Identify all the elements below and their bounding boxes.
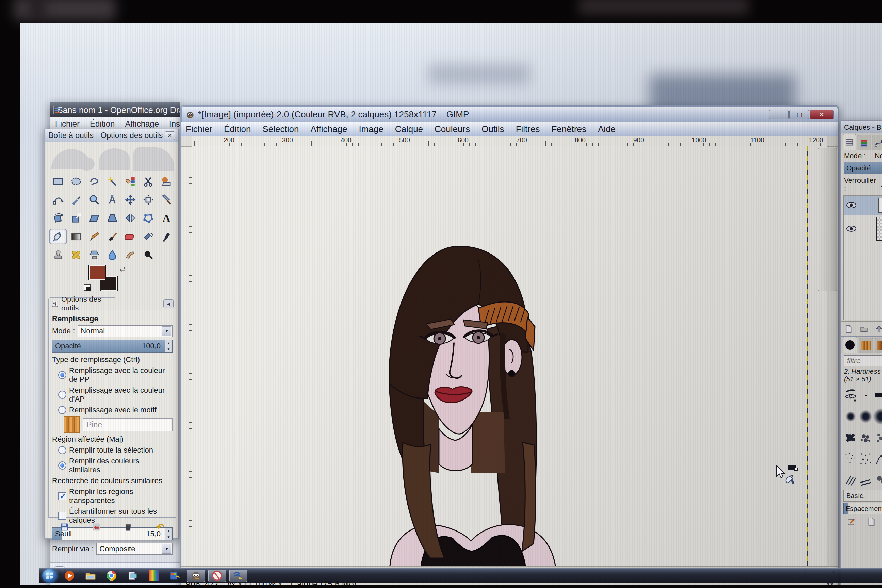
- opacity-spinner[interactable]: ▲▼: [165, 340, 172, 352]
- brush-speckle-2[interactable]: [858, 450, 873, 468]
- save-options-icon[interactable]: [58, 522, 70, 532]
- layer-visible-icon[interactable]: [846, 201, 857, 209]
- tab-brushes[interactable]: [843, 336, 858, 353]
- tool-options-tab[interactable]: Options des outils: [48, 297, 116, 310]
- opacity-slider[interactable]: Opacité 100,0 ▲▼: [52, 340, 172, 352]
- brush-block[interactable]: [873, 387, 882, 404]
- tool-shear-icon[interactable]: [85, 210, 103, 226]
- edit-brush-icon[interactable]: [847, 517, 856, 526]
- tool-paths-icon[interactable]: [49, 192, 67, 208]
- brush-hardness-050[interactable]: [858, 408, 873, 425]
- new-brush-icon[interactable]: [867, 517, 876, 526]
- taskbar-windows-app-icon[interactable]: [166, 570, 184, 582]
- minimize-button[interactable]: —: [769, 110, 789, 119]
- brush-filter-input[interactable]: [844, 355, 882, 366]
- oo-menu-fichier[interactable]: Fichier: [55, 119, 80, 129]
- taskbar-media-player-icon[interactable]: [61, 570, 78, 582]
- tool-scale-icon[interactable]: [67, 210, 85, 226]
- tool-measure-icon[interactable]: [103, 192, 121, 208]
- fill-similar-radio[interactable]: [58, 461, 66, 470]
- menu-filtres[interactable]: Filtres: [516, 124, 540, 134]
- panel-collapse-icon[interactable]: ◄: [164, 300, 174, 308]
- tool-ellipse-select-icon[interactable]: [67, 174, 85, 189]
- reset-options-icon[interactable]: ↶: [154, 522, 166, 532]
- tool-foreground-select-icon[interactable]: [158, 174, 176, 189]
- tool-flip-icon[interactable]: [122, 210, 140, 226]
- fill-transparent-checkbox[interactable]: [58, 492, 66, 500]
- tool-scissors-select-icon[interactable]: [140, 174, 158, 189]
- tool-ink-icon[interactable]: [158, 229, 176, 244]
- menu-edition[interactable]: Édition: [224, 124, 251, 134]
- taskbar-gimp-icon[interactable]: [187, 570, 205, 582]
- foreground-color-swatch[interactable]: [88, 265, 106, 280]
- brush-hardness-025[interactable]: [843, 408, 858, 425]
- image-canvas[interactable]: [192, 146, 827, 566]
- dock-titlebar[interactable]: Calques - Brosses: [841, 121, 882, 134]
- pattern-name-field[interactable]: Pine: [82, 418, 172, 431]
- openoffice-titlebar[interactable]: Sans nom 1 - OpenOffice.org Draw: [50, 102, 180, 117]
- menu-aide[interactable]: Aide: [598, 124, 616, 134]
- tool-rotate-icon[interactable]: [49, 210, 67, 226]
- delete-options-icon[interactable]: [123, 522, 134, 532]
- tool-clone-icon[interactable]: [49, 247, 67, 263]
- brush-pixel[interactable]: [858, 387, 873, 404]
- tool-eraser-icon[interactable]: [122, 229, 140, 244]
- tool-select-by-color-icon[interactable]: [122, 174, 140, 189]
- tool-pencil-icon[interactable]: [85, 229, 103, 244]
- tab-channels[interactable]: [857, 135, 871, 150]
- toolbox-close-icon[interactable]: ✕: [165, 131, 175, 140]
- vertical-scrollbar[interactable]: [827, 146, 838, 566]
- brush-splatter-3[interactable]: [873, 429, 882, 447]
- sample-merged-checkbox[interactable]: [58, 512, 66, 520]
- tool-heal-icon[interactable]: [67, 247, 85, 263]
- tool-bucket-fill-icon[interactable]: [49, 229, 67, 244]
- menu-outils[interactable]: Outils: [482, 124, 504, 134]
- tab-patterns[interactable]: [858, 338, 873, 353]
- tool-zoom-icon[interactable]: [85, 192, 103, 208]
- tab-paths[interactable]: [872, 135, 882, 150]
- start-button[interactable]: [42, 569, 57, 582]
- fill-bg-radio[interactable]: [58, 391, 66, 399]
- fill-by-dropdown[interactable]: Composite ▼: [96, 543, 172, 555]
- raise-icon[interactable]: [874, 325, 882, 333]
- tool-align-icon[interactable]: [140, 192, 158, 208]
- close-button[interactable]: ✕: [810, 110, 834, 119]
- brush-hatch-1[interactable]: [843, 471, 858, 489]
- tool-text-icon[interactable]: A: [158, 210, 176, 226]
- toolbox-titlebar[interactable]: Boîte à outils - Options des outils ✕: [45, 129, 178, 142]
- tool-perspective-icon[interactable]: [103, 210, 121, 226]
- tool-color-picker-icon[interactable]: [67, 192, 85, 208]
- menu-calque[interactable]: Calque: [395, 124, 423, 134]
- tab-gradients[interactable]: [874, 338, 882, 353]
- brush-texture-1[interactable]: [873, 471, 882, 489]
- tool-smudge-icon[interactable]: [122, 247, 140, 263]
- brush-speckle-1[interactable]: [843, 450, 858, 468]
- tool-cage-transform-icon[interactable]: [140, 210, 158, 226]
- default-colors-icon[interactable]: [84, 285, 90, 291]
- taskbar-explorer-icon[interactable]: [82, 570, 99, 582]
- tool-move-icon[interactable]: [122, 192, 140, 208]
- fill-selection-radio[interactable]: [58, 446, 66, 454]
- dock-opacity-slider[interactable]: Opacité: [844, 162, 882, 174]
- tool-paintbrush-icon[interactable]: [103, 229, 121, 244]
- taskbar-clock-app-icon[interactable]: [208, 570, 226, 582]
- lock-pixels-icon[interactable]: [880, 180, 882, 189]
- layer-visible-icon[interactable]: [846, 225, 857, 232]
- menu-fichier[interactable]: Fichier: [186, 124, 212, 134]
- menu-selection[interactable]: Sélection: [263, 124, 299, 134]
- restore-options-icon[interactable]: [90, 522, 102, 532]
- taskbar-chrome-icon[interactable]: [103, 570, 120, 582]
- swap-colors-icon[interactable]: ⇄: [120, 265, 126, 273]
- tool-crop-icon[interactable]: [158, 192, 176, 208]
- oo-menu-affichage[interactable]: Affichage: [125, 119, 159, 129]
- gimp-titlebar[interactable]: *[Image] (importée)-2.0 (Couleur RVB, 2 …: [181, 106, 838, 123]
- tab-layers[interactable]: [843, 134, 856, 150]
- oo-menu-edition[interactable]: Édition: [90, 119, 115, 129]
- dock-mode-value[interactable]: Normal: [874, 152, 882, 160]
- fill-pattern-radio[interactable]: [58, 406, 66, 414]
- menu-couleurs[interactable]: Couleurs: [435, 124, 470, 134]
- tool-dodge-burn-icon[interactable]: [140, 247, 158, 263]
- menu-fenetres[interactable]: Fenêtres: [551, 124, 586, 134]
- tool-rectangle-select-icon[interactable]: [49, 174, 67, 189]
- tool-blur-sharpen-icon[interactable]: [103, 247, 121, 263]
